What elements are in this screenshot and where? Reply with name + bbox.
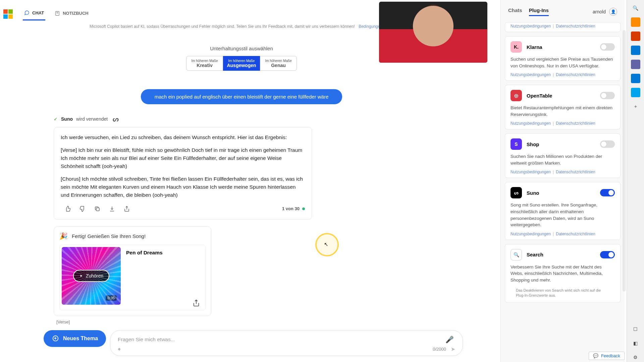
settings-icon[interactable]: ⚙ (631, 353, 640, 362)
rail-tool-icon[interactable]: ☐ (631, 324, 640, 334)
plugin-terms-link[interactable]: Nutzungsbedingungen (511, 24, 551, 28)
plugin-name: Klarna (527, 44, 542, 50)
lyric-preview: [Verse] (56, 319, 463, 324)
plugin-note: Das Deaktivieren von Search wirkt sich n… (511, 287, 615, 299)
dislike-button[interactable] (78, 204, 87, 213)
like-button[interactable] (63, 204, 72, 213)
microphone-icon[interactable]: 🎤 (443, 336, 457, 344)
cursor-icon: ↖︎ (324, 241, 328, 247)
song-card: 🎉 Fertig! Genießen Sie Ihren Song! Zuhör… (54, 226, 211, 316)
rail-app-icon[interactable] (631, 17, 640, 27)
plugin-icon: K. (511, 41, 522, 53)
user-account[interactable]: arnold 👤 (593, 8, 617, 16)
plugin-privacy-link[interactable]: Datenschutzrichtlinien (556, 24, 595, 28)
plugin-card-partial: Nutzungsbedingungen|Datenschutzrichtlini… (505, 22, 621, 32)
webcam-overlay (379, 2, 487, 63)
plugin-toggle[interactable] (600, 92, 615, 99)
ai-paragraph: [Chorus] Ich möchte stilvoll schreiben, … (61, 175, 305, 199)
panel-tab-chats[interactable]: Chats (508, 7, 522, 16)
plugin-description: Verbessern Sie Ihre Suche mit der Macht … (511, 264, 615, 284)
copy-button[interactable] (93, 204, 102, 213)
suno-logo-icon: ᔕ (111, 114, 120, 124)
plugin-icon: 🔍 (511, 249, 522, 260)
plugin-icon: ◎ (511, 90, 522, 101)
plugin-name: Suno (527, 190, 539, 196)
rail-tool-icon[interactable]: ◧ (631, 339, 640, 348)
celebrate-icon: 🎉 (59, 232, 68, 240)
plugin-description: Bietet Restaurantempfehlungen mit einem … (511, 105, 615, 118)
notebook-icon (55, 11, 60, 16)
scrollbar-thumb[interactable] (623, 30, 626, 292)
plugin-toggle[interactable] (600, 251, 615, 258)
tab-notebook[interactable]: NOTIZBUCH (53, 8, 90, 20)
plugin-privacy-link[interactable]: Datenschutzrichtlinien (556, 121, 595, 126)
svg-rect-3 (96, 208, 99, 211)
feedback-icon: 💬 (593, 353, 598, 358)
plugin-toggle[interactable] (600, 189, 615, 196)
plugin-used-indicator: ✓ Suno wird verwendet ᔕ (54, 114, 463, 124)
feedback-button[interactable]: 💬 Feedback (589, 352, 625, 360)
plugin-toggle[interactable] (600, 43, 615, 51)
rail-app-icon[interactable] (631, 46, 640, 55)
check-icon: ✓ (54, 116, 58, 122)
plugin-card-shop: S Shop Suchen Sie nach Millionen von Pro… (505, 133, 621, 178)
user-message: mach ein poplied auf englisch über einen… (141, 89, 342, 104)
plugin-terms-link[interactable]: Nutzungsbedingungen (511, 232, 551, 236)
tab-chat-label: CHAT (32, 10, 44, 15)
search-icon[interactable]: 🔍 (631, 3, 640, 13)
song-ready-text: Fertig! Genießen Sie Ihren Song! (72, 233, 146, 239)
compose-box: 🎤 ⌖ 0/2000 ➤ (110, 330, 463, 356)
add-icon[interactable]: ＋ (631, 102, 640, 111)
tab-chat[interactable]: CHAT (23, 7, 45, 20)
plugin-description: Suchen Sie nach Millionen von Produkten … (511, 153, 615, 166)
ai-paragraph: [Verse] Ich bin nur ein Bleistift, fühle… (61, 146, 305, 170)
side-rail: 🔍 ＋ ☐ ◧ ⚙ (627, 0, 644, 362)
song-cover[interactable]: Zuhören 0:35 (62, 247, 121, 305)
plugin-card-klarna: K. Klarna Suchen und vergleichen Sie Pre… (505, 36, 621, 81)
plugin-description: Suchen und vergleichen Sie Preise aus Ta… (511, 56, 615, 69)
style-option-balanced[interactable]: Im höheren Maße Ausgewogen (223, 56, 260, 71)
tab-notebook-label: NOTIZBUCH (63, 11, 89, 16)
new-topic-button[interactable]: Neues Thema (44, 330, 106, 347)
plugin-icon: S (511, 138, 522, 150)
plugin-card-suno: ᔕ Suno Song mit Suno erstellen. Ihre Son… (505, 182, 621, 240)
style-option-precise[interactable]: Im höheren Maße Genau (260, 56, 297, 71)
rail-app-icon[interactable] (631, 60, 640, 69)
plugin-icon: ᔕ (511, 187, 522, 198)
plugin-terms-link[interactable]: Nutzungsbedingungen (511, 170, 551, 174)
panel-tab-plugins[interactable]: Plug-Ins (529, 7, 549, 16)
chat-icon (24, 10, 30, 15)
play-icon (79, 274, 83, 278)
song-duration: 0:35 (106, 295, 117, 301)
style-option-creative[interactable]: Im höheren Maße Kreativ (186, 56, 223, 71)
image-input-icon[interactable]: ⌖ (118, 346, 121, 352)
download-button[interactable] (108, 204, 116, 213)
plugin-name: Shop (527, 141, 539, 147)
plugin-name: OpenTable (527, 93, 552, 99)
song-title: Pen of Dreams (125, 247, 203, 258)
plugin-terms-link[interactable]: Nutzungsbedingungen (511, 121, 551, 126)
microsoft-logo-icon[interactable] (3, 9, 13, 19)
plugin-privacy-link[interactable]: Datenschutzrichtlinien (556, 72, 595, 77)
share-song-button[interactable] (193, 299, 203, 308)
listen-button[interactable]: Zuhören (73, 270, 109, 282)
rail-app-icon[interactable] (631, 32, 640, 41)
plugin-card-opentable: ◎ OpenTable Bietet Restaurantempfehlunge… (505, 85, 621, 129)
send-icon[interactable]: ➤ (451, 346, 455, 352)
share-button[interactable] (122, 204, 131, 213)
plugin-name: Search (527, 252, 543, 257)
ai-paragraph: Ich werde versuchen, ein Lied zu schreib… (61, 133, 305, 141)
rail-app-icon[interactable] (631, 88, 640, 97)
plugin-toggle[interactable] (600, 140, 615, 148)
plugin-list[interactable]: Nutzungsbedingungen|Datenschutzrichtlini… (503, 22, 622, 362)
char-counter: 0/2000 (433, 347, 446, 352)
ai-message: Ich werde versuchen, ein Lied zu schreib… (54, 127, 312, 220)
compose-input[interactable] (116, 334, 443, 345)
plugin-privacy-link[interactable]: Datenschutzrichtlinien (556, 170, 595, 174)
message-counter: 1 von 30 (282, 205, 305, 212)
rail-app-icon[interactable] (631, 74, 640, 83)
plugin-privacy-link[interactable]: Datenschutzrichtlinien (556, 232, 595, 236)
plugin-terms-link[interactable]: Nutzungsbedingungen (511, 72, 551, 77)
plugin-card-search: 🔍 Search Verbessern Sie Ihre Suche mit d… (505, 244, 621, 303)
new-topic-icon (52, 335, 59, 342)
